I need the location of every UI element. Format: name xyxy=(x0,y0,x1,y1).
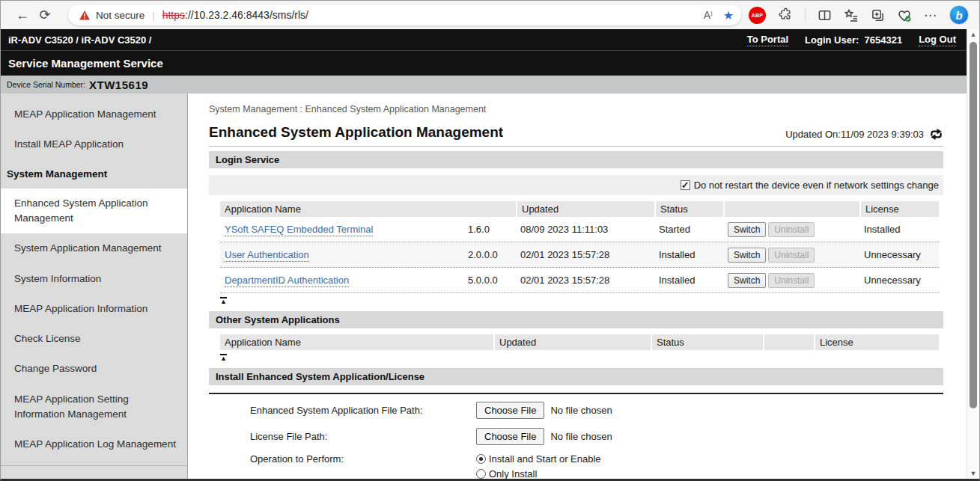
split-screen-icon[interactable] xyxy=(818,8,832,22)
to-portal-link[interactable]: To Portal xyxy=(747,34,788,46)
collections-icon[interactable] xyxy=(871,8,885,22)
browser-essentials-icon[interactable] xyxy=(897,8,912,22)
form-row: Enhanced System Application File Path: C… xyxy=(209,397,943,423)
uninstall-button: Uninstall xyxy=(768,273,815,288)
column-application-name: Application Name xyxy=(220,334,493,350)
column-actions xyxy=(763,334,814,350)
address-bar[interactable]: Not secure | https://10.23.2.46:8443/sms… xyxy=(68,4,741,25)
app-link-ysoft-safeq[interactable]: YSoft SAFEQ Embedded Terminal xyxy=(225,224,373,236)
switch-button[interactable]: Switch xyxy=(728,273,766,288)
form-row: Operation to Perform: Install and Start … xyxy=(209,450,943,480)
login-service-table-header: Application Name Updated Status License xyxy=(220,201,939,217)
url-rest: ://10.23.2.46:8443/sms/rls/ xyxy=(185,9,308,21)
url-scheme: https xyxy=(162,9,185,21)
other-system-applications-section-header: Other System Applications xyxy=(209,311,943,328)
app-license: Unnecessary xyxy=(859,249,939,260)
favorite-star-icon[interactable]: ★ xyxy=(723,8,734,22)
toolbar-separator xyxy=(805,8,806,22)
refresh-page-icon[interactable] xyxy=(929,128,943,141)
refresh-icon[interactable]: ⟳ xyxy=(34,7,56,23)
sidebar-item-check-license[interactable]: Check License xyxy=(1,324,187,354)
license-choose-file-button[interactable]: Choose File xyxy=(476,428,544,445)
back-icon[interactable]: ← xyxy=(11,7,34,23)
app-status: Installed xyxy=(654,249,723,260)
uninstall-button: Uninstall xyxy=(768,222,815,237)
settings-menu-icon[interactable]: ⋯ xyxy=(924,7,937,23)
operation-to-perform-label: Operation to Perform: xyxy=(250,453,476,465)
app-updated: 08/09 2023 11:11:03 xyxy=(516,224,654,235)
serial-value: XTW15619 xyxy=(89,79,148,91)
to-register-update-software-link[interactable]: << To Register/Update Software xyxy=(1,466,187,480)
app-version: 2.0.0.0 xyxy=(463,249,516,260)
column-status: Status xyxy=(654,201,723,217)
favorites-list-icon[interactable] xyxy=(844,8,859,22)
back-to-top-icon[interactable]: ▲ xyxy=(220,354,227,361)
url-text: https://10.23.2.46:8443/sms/rls/ xyxy=(162,9,308,21)
web-page: iR-ADV C3520 / iR-ADV C3520 / To Portal … xyxy=(1,29,967,480)
uninstall-button: Uninstall xyxy=(768,248,815,263)
device-title: iR-ADV C3520 / iR-ADV C3520 / xyxy=(8,34,747,46)
esa-file-status: No file chosen xyxy=(550,405,612,416)
not-secure-label: Not secure xyxy=(96,10,144,21)
column-updated: Updated xyxy=(516,201,654,217)
other-applications-table-header: Application Name Updated Status License xyxy=(220,334,939,350)
table-row: DepartmentID Authentication 5.0.0.0 02/0… xyxy=(220,268,939,293)
column-application-name: Application Name xyxy=(220,201,516,217)
app-status: Started xyxy=(654,224,723,235)
sidebar-section-system-management: System Management xyxy=(1,160,187,189)
switch-button[interactable]: Switch xyxy=(728,222,766,237)
license-file-path-label: License File Path: xyxy=(250,431,476,442)
table-row: User Authentication 2.0.0.0 02/01 2023 1… xyxy=(220,242,939,268)
serial-bar: Device Serial Number: XTW15619 xyxy=(1,76,967,94)
app-license: Installed xyxy=(859,224,939,235)
sidebar-item-meap-application-information[interactable]: MEAP Application Information xyxy=(1,294,187,324)
scrollbar-thumb[interactable] xyxy=(970,42,977,408)
sidebar-item-meap-application-management[interactable]: MEAP Application Management xyxy=(1,99,187,129)
read-aloud-icon[interactable]: A) xyxy=(704,9,713,21)
column-license: License xyxy=(814,334,939,350)
scrollbar-down-arrow[interactable]: ▼ xyxy=(967,470,979,477)
esa-file-path-label: Enhanced System Application File Path: xyxy=(250,405,476,416)
app-link-departmentid-authentication[interactable]: DepartmentID Authentication xyxy=(225,275,349,287)
adblock-extension-icon[interactable]: ABP xyxy=(749,7,766,24)
sidebar-item-meap-application-log-management[interactable]: MEAP Application Log Management xyxy=(1,429,187,459)
browser-toolbar: ← ⟳ Not secure | https://10.23.2.46:8443… xyxy=(1,1,979,29)
radio-install-and-start[interactable] xyxy=(476,454,486,464)
scrollbar-up-arrow[interactable]: ▲ xyxy=(967,31,979,38)
app-updated: 02/01 2023 15:57:28 xyxy=(516,249,654,260)
log-out-link[interactable]: Log Out xyxy=(919,34,956,46)
sidebar-item-system-information[interactable]: System Information xyxy=(1,264,187,294)
radio-only-install-label: Only Install xyxy=(489,468,537,480)
extensions-puzzle-icon[interactable] xyxy=(778,7,793,22)
bing-chat-icon[interactable]: b xyxy=(949,5,969,25)
app-link-user-authentication[interactable]: User Authentication xyxy=(225,249,309,262)
column-license: License xyxy=(859,201,939,217)
install-section-header: Install Enhanced System Application/Lice… xyxy=(209,368,943,385)
app-license: Unnecessary xyxy=(859,275,939,286)
sidebar-item-meap-application-setting-information-management[interactable]: MEAP Application Setting Information Man… xyxy=(1,385,187,430)
app-version: 1.6.0 xyxy=(463,224,516,235)
app-status: Installed xyxy=(654,275,723,286)
sidebar-item-change-password[interactable]: Change Password xyxy=(1,354,187,384)
install-form: Enhanced System Application File Path: C… xyxy=(209,393,943,480)
back-to-top-icon[interactable]: ▲ xyxy=(220,297,227,304)
column-updated: Updated xyxy=(493,334,651,350)
main-content: System Management : Enhanced System Appl… xyxy=(188,94,967,480)
switch-button[interactable]: Switch xyxy=(728,248,766,263)
device-header-bar: iR-ADV C3520 / iR-ADV C3520 / To Portal … xyxy=(1,29,967,50)
page-scrollbar[interactable]: ▲ ▼ xyxy=(967,29,979,479)
radio-only-install[interactable] xyxy=(476,469,486,479)
not-secure-warning-icon xyxy=(79,10,91,21)
login-service-section-header: Login Service xyxy=(209,151,943,168)
sidebar-item-install-meap-application[interactable]: Install MEAP Application xyxy=(1,129,187,159)
esa-choose-file-button[interactable]: Choose File xyxy=(476,402,544,419)
sidebar-nav: MEAP Application Management Install MEAP… xyxy=(1,94,188,480)
toolbar-icons: ABP ⋯ b xyxy=(749,5,972,25)
restart-checkbox[interactable] xyxy=(681,180,690,190)
serial-label: Device Serial Number: xyxy=(7,80,85,89)
login-user: Login User: 7654321 xyxy=(805,34,902,46)
sidebar-item-system-application-management[interactable]: System Application Management xyxy=(1,233,187,263)
app-updated: 02/01 2023 15:57:28 xyxy=(516,275,654,286)
app-version: 5.0.0.0 xyxy=(463,275,516,286)
sidebar-item-enhanced-system-application-management[interactable]: Enhanced System Application Management xyxy=(1,189,187,234)
